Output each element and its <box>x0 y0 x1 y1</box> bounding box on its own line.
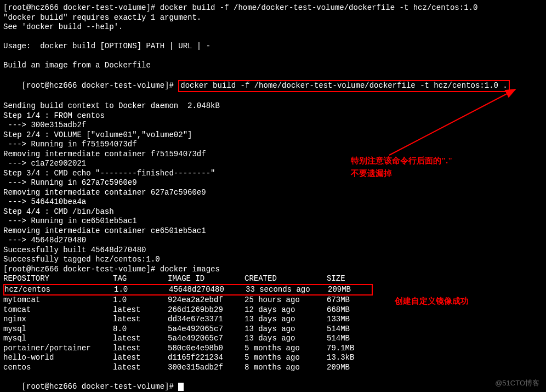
build-output: Successfully tagged hcz/centos:1.0 <box>3 255 543 265</box>
cell-repository: mysql <box>3 325 113 334</box>
annotation-text-1: 特别注意该命令行后面的"." <box>351 156 452 166</box>
prompt: [root@hcz666 docker-test-volume]# <box>22 81 179 90</box>
cell-size: 79.1MB <box>327 344 371 354</box>
cell-tag: latest <box>113 334 168 344</box>
table-row: nginxlatestdd34e67e337113 days ago133MB <box>3 315 543 325</box>
header-size: SIZE <box>327 274 371 284</box>
error-line: "docker build" requires exactly 1 argume… <box>3 13 543 23</box>
desc-line: Build an image from a Dockerfile <box>3 61 543 71</box>
cell-tag: latest <box>113 344 168 354</box>
prompt: [root@hcz666 docker-test-volume]# <box>22 382 179 391</box>
cell-size: 133MB <box>327 315 371 325</box>
cell-image-id: 5a4e492065c7 <box>168 334 244 344</box>
terminal-output[interactable]: [root@hcz666 docker-test-volume]# docker… <box>3 3 543 392</box>
cell-tag: latest <box>113 305 168 315</box>
cell-created: 12 days ago <box>244 305 327 315</box>
cell-repository: tomcat <box>3 305 113 315</box>
cell-size: 13.3kB <box>327 353 371 363</box>
build-output: ---> Running in 627a7c5960e9 <box>3 178 543 188</box>
cell-repository: centos <box>3 363 113 373</box>
cmd-line-3: [root@hcz666 docker-test-volume]# docker… <box>3 265 543 275</box>
cell-created: 5 months ago <box>244 344 327 354</box>
blank <box>3 52 543 61</box>
cell-created: 13 days ago <box>244 325 327 334</box>
build-output: Removing intermediate container 627a7c59… <box>3 188 543 198</box>
cell-size: 209MB <box>327 363 371 373</box>
table-row: hcz/centos1.045648d27048033 seconds ago2… <box>3 284 373 296</box>
cell-repository: mysql <box>3 334 113 344</box>
cell-repository: hcz/centos <box>4 285 114 295</box>
cell-tag: 8.0 <box>113 325 168 334</box>
cell-image-id: 300e315adb2f <box>168 363 244 373</box>
cell-image-id: 5a4e492065c7 <box>168 325 244 334</box>
build-output: Step 3/4 : CMD echo "--------finished---… <box>3 169 543 179</box>
images-table-header: REPOSITORY TAG IMAGE ID CREATED SIZE <box>3 274 543 284</box>
table-row: mysql8.05a4e492065c713 days ago514MB <box>3 325 543 334</box>
table-row: portainer/portainerlatest580c0e4e98b05 m… <box>3 344 543 354</box>
cell-size: 514MB <box>327 325 371 334</box>
cell-size: 673MB <box>327 296 371 305</box>
header-repository: REPOSITORY <box>3 274 113 284</box>
build-output: Removing intermediate container f7515940… <box>3 150 543 160</box>
table-row: tomcatlatest266d1269bb2912 days ago668MB <box>3 305 543 315</box>
cell-created: 5 months ago <box>244 353 327 363</box>
cell-image-id: 924ea2a2ebdf <box>168 296 244 305</box>
cell-tag: latest <box>113 353 168 363</box>
build-output: ---> Running in f751594073df <box>3 140 543 150</box>
cell-size: 514MB <box>327 334 371 344</box>
table-row: hello-worldlatestd1165f2212345 months ag… <box>3 353 543 363</box>
cell-created: 33 seconds ago <box>246 285 328 295</box>
build-output: ---> 45648d270480 <box>3 236 543 246</box>
cell-size: 668MB <box>327 305 371 315</box>
build-output: Removing intermediate container ce6501eb… <box>3 226 543 236</box>
highlighted-command: docker build -f /home/docker-test-volume… <box>178 80 510 92</box>
cell-tag: latest <box>113 315 168 325</box>
cell-tag: latest <box>113 363 168 373</box>
cell-created: 13 days ago <box>244 315 327 325</box>
cell-repository: hello-world <box>3 353 113 363</box>
cell-created: 8 months ago <box>244 363 327 373</box>
cell-image-id: 266d1269bb29 <box>168 305 244 315</box>
build-output: Successfully built 45648d270480 <box>3 246 543 255</box>
build-output: Sending build context to Docker daemon 2… <box>3 101 543 111</box>
table-row: mysqllatest5a4e492065c713 days ago514MB <box>3 334 543 344</box>
cell-repository: nginx <box>3 315 113 325</box>
build-output: ---> c1a72e902021 <box>3 159 543 169</box>
header-tag: TAG <box>113 274 168 284</box>
cell-image-id: 580c0e4e98b0 <box>168 344 244 354</box>
annotation-text-3: 创建自定义镜像成功 <box>395 296 469 306</box>
build-output: ---> 5464410bea4a <box>3 197 543 207</box>
cell-tag: 1.0 <box>113 296 168 305</box>
cmd-line-2: [root@hcz666 docker-test-volume]# docker… <box>3 71 543 102</box>
cell-repository: mytomcat <box>3 296 113 305</box>
header-created: CREATED <box>244 274 327 284</box>
blank <box>3 32 543 42</box>
cell-created: 25 hours ago <box>244 296 327 305</box>
cell-repository: portainer/portainer <box>3 344 113 354</box>
cell-size: 209MB <box>328 285 372 295</box>
build-output: ---> 300e315adb2f <box>3 121 543 130</box>
build-output: Step 1/4 : FROM centos <box>3 111 543 121</box>
usage-line: Usage: docker build [OPTIONS] PATH | URL… <box>3 42 543 52</box>
cell-image-id: d1165f221234 <box>168 353 244 363</box>
build-output: Step 4/4 : CMD /bin/bash <box>3 207 543 217</box>
build-output: Step 2/4 : VOLUME ["volume01","volume02"… <box>3 130 543 140</box>
watermark: @51CTO博客 <box>495 379 539 388</box>
build-output: ---> Running in ce6501eb5ac1 <box>3 217 543 226</box>
cell-created: 13 days ago <box>244 334 327 344</box>
annotation-text-2: 不要遗漏掉 <box>351 168 392 179</box>
prompt-line[interactable]: [root@hcz666 docker-test-volume]# <box>3 372 543 392</box>
cell-tag: 1.0 <box>114 285 169 295</box>
cell-image-id: 45648d270480 <box>169 285 246 295</box>
cursor <box>178 383 184 391</box>
table-row: centoslatest300e315adb2f8 months ago209M… <box>3 363 543 373</box>
error-line: See 'docker build --help'. <box>3 22 543 32</box>
cell-image-id: dd34e67e3371 <box>168 315 244 325</box>
header-image-id: IMAGE ID <box>168 274 244 284</box>
cmd-line-1: [root@hcz666 docker-test-volume]# docker… <box>3 3 543 13</box>
